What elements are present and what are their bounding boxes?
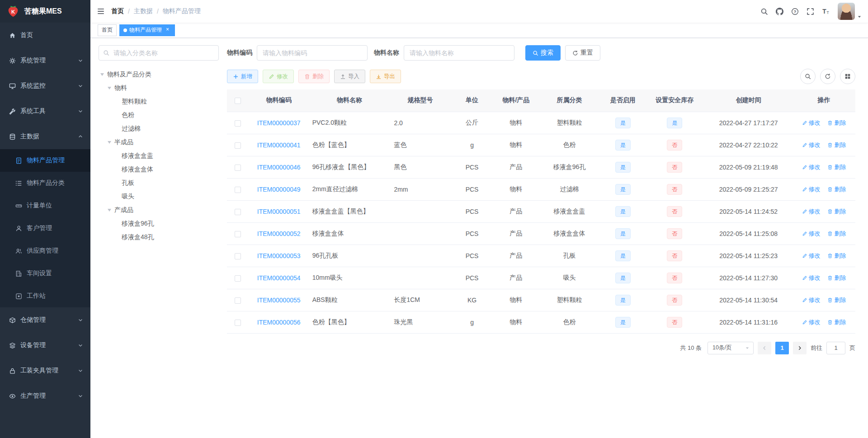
delete-button[interactable]: 删除 xyxy=(298,70,330,83)
goto-page-input[interactable] xyxy=(826,342,845,354)
tree-node[interactable]: 移液盒盒盖 xyxy=(99,149,219,163)
export-button[interactable]: 导出 xyxy=(370,70,401,83)
material-code-link[interactable]: ITEM00000041 xyxy=(257,141,301,149)
table-row[interactable]: ITEM00000055 ABS颗粒 长度1CM KG 物料 塑料颗粒 是 否 … xyxy=(227,289,855,311)
tree-node[interactable]: 色粉 xyxy=(99,108,219,122)
row-delete-button[interactable]: 删除 xyxy=(827,207,846,216)
row-delete-button[interactable]: 删除 xyxy=(827,230,846,238)
page-number-button[interactable]: 1 xyxy=(775,342,789,354)
row-edit-button[interactable]: 修改 xyxy=(802,141,821,149)
row-delete-button[interactable]: 删除 xyxy=(827,296,846,304)
next-page-button[interactable] xyxy=(793,342,807,354)
github-icon[interactable] xyxy=(772,0,787,23)
material-code-link[interactable]: ITEM00000051 xyxy=(257,208,301,215)
table-row[interactable]: ITEM00000054 10mm吸头 PCS 产品 吸头 是 否 2022-0… xyxy=(227,267,855,289)
row-delete-button[interactable]: 删除 xyxy=(827,318,846,326)
select-all-checkbox[interactable] xyxy=(235,98,241,104)
row-checkbox[interactable] xyxy=(235,320,241,326)
sidebar-menu-item[interactable]: 仓储管理 xyxy=(0,307,90,333)
material-code-input[interactable] xyxy=(257,45,368,61)
add-button[interactable]: 新增 xyxy=(227,70,258,83)
tree-node[interactable]: 塑料颗粒 xyxy=(99,95,219,108)
row-checkbox[interactable] xyxy=(235,253,241,259)
row-checkbox[interactable] xyxy=(235,231,241,237)
tree-node[interactable]: 移液盒96孔 xyxy=(99,217,219,231)
import-button[interactable]: 导入 xyxy=(334,70,365,83)
category-search-input[interactable] xyxy=(99,45,219,61)
sidebar-submenu-item[interactable]: 物料产品分类 xyxy=(0,172,90,194)
row-edit-button[interactable]: 修改 xyxy=(802,185,821,193)
tree-node[interactable]: 移液盒48孔 xyxy=(99,231,219,244)
row-delete-button[interactable]: 删除 xyxy=(827,163,846,171)
tree-node[interactable]: 吸头 xyxy=(99,190,219,203)
row-edit-button[interactable]: 修改 xyxy=(802,318,821,326)
table-row[interactable]: ITEM00000041 色粉【蓝色】 蓝色 g 物料 色粉 是 否 2022-… xyxy=(227,134,855,156)
sidebar-submenu-item[interactable]: 计量单位 xyxy=(0,194,90,217)
sidebar-submenu-item[interactable]: 供应商管理 xyxy=(0,240,90,262)
row-edit-button[interactable]: 修改 xyxy=(802,252,821,260)
material-name-input[interactable] xyxy=(404,45,514,61)
breadcrumb-item[interactable]: 主数据/ xyxy=(134,7,163,15)
material-code-link[interactable]: ITEM00000056 xyxy=(257,319,301,326)
row-edit-button[interactable]: 修改 xyxy=(802,230,821,238)
tree-node[interactable]: 孔板 xyxy=(99,176,219,190)
close-icon[interactable]: × xyxy=(164,27,171,33)
material-code-link[interactable]: ITEM00000052 xyxy=(257,230,301,237)
table-row[interactable]: ITEM00000037 PVC2.0颗粒 2.0 公斤 物料 塑料颗粒 是 是… xyxy=(227,112,855,134)
tree-node[interactable]: 过滤棉 xyxy=(99,122,219,136)
sidebar-menu-item[interactable]: 系统工具 xyxy=(0,99,90,124)
sidebar-toggle-button[interactable] xyxy=(90,0,111,23)
row-checkbox[interactable] xyxy=(235,275,241,282)
row-edit-button[interactable]: 修改 xyxy=(802,274,821,282)
tab-tag[interactable]: 物料产品管理 × xyxy=(119,24,175,36)
sidebar-menu-item[interactable]: 系统管理 xyxy=(0,48,90,73)
material-code-link[interactable]: ITEM00000049 xyxy=(257,186,301,193)
row-delete-button[interactable]: 删除 xyxy=(827,274,846,282)
question-icon[interactable] xyxy=(787,0,802,23)
sidebar-submenu-item[interactable]: 工作站 xyxy=(0,285,90,307)
sidebar-menu-item[interactable]: 设备管理 xyxy=(0,333,90,358)
tree-node[interactable]: 物料 xyxy=(99,81,219,95)
table-row[interactable]: ITEM00000053 96孔孔板 PCS 产品 孔板 是 否 2022-05… xyxy=(227,245,855,267)
sidebar-submenu-item[interactable]: 客户管理 xyxy=(0,217,90,240)
breadcrumb-item[interactable]: 首页/ xyxy=(111,7,134,15)
refresh-table-button[interactable] xyxy=(820,69,835,84)
sidebar-submenu-item[interactable]: 车间设置 xyxy=(0,262,90,285)
row-delete-button[interactable]: 删除 xyxy=(827,119,846,127)
row-edit-button[interactable]: 修改 xyxy=(802,119,821,127)
row-checkbox[interactable] xyxy=(235,187,241,193)
app-logo[interactable]: 苦糖果MES xyxy=(0,0,90,23)
edit-button[interactable]: 修改 xyxy=(263,70,294,83)
row-edit-button[interactable]: 修改 xyxy=(802,296,821,304)
font-size-icon[interactable] xyxy=(818,0,833,23)
table-row[interactable]: ITEM00000052 移液盒盒体 PCS 产品 移液盒盒体 是 否 2022… xyxy=(227,222,855,245)
row-checkbox[interactable] xyxy=(235,120,241,127)
prev-page-button[interactable] xyxy=(758,342,771,354)
material-code-link[interactable]: ITEM00000054 xyxy=(257,274,301,282)
row-checkbox[interactable] xyxy=(235,165,241,171)
tree-node[interactable]: 半成品 xyxy=(99,136,219,149)
sidebar-menu-item-master-data[interactable]: 主数据 xyxy=(0,124,90,149)
sidebar-menu-item[interactable]: 工装夹具管理 xyxy=(0,358,90,383)
table-row[interactable]: ITEM00000056 色粉【黑色】 珠光黑 g 物料 色粉 是 否 2022… xyxy=(227,311,855,333)
column-settings-button[interactable] xyxy=(840,69,855,84)
sidebar-menu-item[interactable]: 首页 xyxy=(0,23,90,48)
breadcrumb-item[interactable]: 物料产品管理/ xyxy=(163,7,201,15)
row-checkbox[interactable] xyxy=(235,142,241,149)
row-checkbox[interactable] xyxy=(235,297,241,304)
table-row[interactable]: ITEM00000049 2mm直径过滤棉 2mm PCS 物料 过滤棉 是 否… xyxy=(227,178,855,200)
reset-button[interactable]: 重置 xyxy=(565,45,600,61)
material-code-link[interactable]: ITEM00000055 xyxy=(257,297,301,304)
tree-node[interactable]: 产成品 xyxy=(99,203,219,217)
row-edit-button[interactable]: 修改 xyxy=(802,207,821,216)
page-size-select[interactable]: 10条/页 xyxy=(708,342,754,354)
user-avatar-menu[interactable] xyxy=(838,3,862,20)
fullscreen-icon[interactable] xyxy=(802,0,818,23)
material-code-link[interactable]: ITEM00000037 xyxy=(257,119,301,127)
row-delete-button[interactable]: 删除 xyxy=(827,185,846,193)
row-delete-button[interactable]: 删除 xyxy=(827,141,846,149)
table-row[interactable]: ITEM00000046 96孔移液盒【黑色】 黑色 PCS 产品 移液盒96孔… xyxy=(227,156,855,178)
sidebar-menu-item[interactable]: 系统监控 xyxy=(0,73,90,99)
row-edit-button[interactable]: 修改 xyxy=(802,163,821,171)
row-checkbox[interactable] xyxy=(235,209,241,215)
